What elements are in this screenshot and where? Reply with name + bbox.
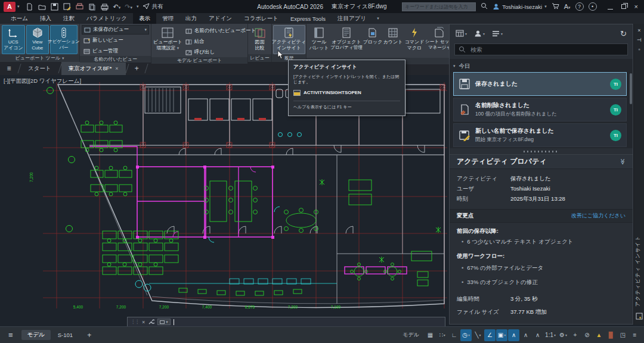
tab-output[interactable]: 出力 <box>179 13 203 24</box>
palette-properties-icon[interactable]: ▫ <box>634 46 644 52</box>
application-menu-button[interactable]: A <box>4 2 16 12</box>
publish-icon[interactable] <box>88 2 97 11</box>
command-line[interactable]: ⋮⋮ × ▾ <box>127 317 445 327</box>
redo-button[interactable]: ↷▾ <box>125 4 132 10</box>
snap-mode-icon[interactable]: ∷▾ <box>436 329 448 341</box>
search-icon[interactable] <box>481 1 488 12</box>
graphics-performance-icon[interactable]: ▲ <box>593 329 605 341</box>
restore-viewport-button[interactable]: 呼び出し <box>184 48 258 57</box>
hardware-acceleration-icon[interactable]: ▉ <box>605 329 617 341</box>
event-filter-dropdown[interactable]: ▾ <box>492 30 503 37</box>
tab-addins[interactable]: アドイン <box>203 13 238 24</box>
clean-screen-icon[interactable]: ◳ <box>617 329 628 341</box>
plot-icon[interactable] <box>76 2 84 11</box>
polar-tracking-icon[interactable]: ◷▾ <box>460 329 472 341</box>
new-drawing-tab-button[interactable]: + <box>129 62 145 75</box>
layout-menu-icon[interactable]: ≡ <box>8 330 13 339</box>
count-palette-button[interactable]: カウント <box>383 25 402 58</box>
palette-search-input[interactable] <box>469 46 624 54</box>
recent-commands-chip[interactable]: ▾ <box>157 319 171 325</box>
share-button[interactable]: 共有 <box>143 3 163 11</box>
file-tab-menu-icon[interactable]: ≡ <box>0 62 18 75</box>
tool-palettes-button[interactable]: ツールパレット <box>308 25 330 58</box>
navigation-bar-button[interactable]: ナビゲーションバー <box>50 25 78 54</box>
grid-display-icon[interactable]: ▦ <box>425 329 436 341</box>
save-icon[interactable] <box>51 2 59 11</box>
view-combo[interactable]: 未保存のビュー▾ <box>82 25 149 35</box>
qat-customize-caret-icon[interactable]: ▾ <box>137 4 139 9</box>
named-viewports-button[interactable]: 名前の付いたビューポート <box>184 26 258 36</box>
undo-button[interactable]: ↶▾ <box>113 4 121 10</box>
ucs-icon-button[interactable]: UCSアイコン <box>2 25 25 54</box>
activity-item-saved[interactable]: 保存されました TI <box>453 72 627 96</box>
activity-properties-header[interactable]: アクティビティ プロパティ ≫ <box>450 154 633 169</box>
save-as-icon[interactable] <box>63 2 72 11</box>
close-button[interactable]: × <box>634 3 638 10</box>
model-tab[interactable]: モデル <box>21 330 51 340</box>
annotation-autoscale-icon[interactable]: ∧ <box>520 329 531 341</box>
start-tab[interactable]: スタート <box>21 62 58 75</box>
group-today[interactable]: ▾今日 <box>453 60 627 72</box>
scrollbar[interactable] <box>630 73 632 104</box>
feedback-link[interactable]: 改善にご協力ください <box>571 212 626 220</box>
viewport-configuration-button[interactable]: ビューポート 環境設定 ▾ <box>153 25 182 57</box>
annotation-monitor-icon[interactable]: + <box>569 329 581 341</box>
view-mode-dropdown[interactable]: ▾ <box>456 30 467 37</box>
new-view-button[interactable]: 新しいビュー <box>82 36 149 45</box>
panel-label-viewport-tools[interactable]: ビューポート ツール▾ <box>0 54 79 62</box>
dwg-compare-button[interactable]: 図面比較 <box>250 25 270 54</box>
annotation-scale-sync-icon[interactable]: ∧ <box>532 329 543 341</box>
view-manager-button[interactable]: ビュー管理 <box>82 46 149 56</box>
refresh-icon[interactable]: ↻ <box>620 29 627 38</box>
command-line-wrench-icon[interactable] <box>148 317 154 328</box>
isodraft-icon[interactable]: ╲▾ <box>472 329 484 341</box>
model-space-label[interactable]: モデル <box>402 331 419 339</box>
tab-annotate[interactable]: 注釈 <box>57 13 80 24</box>
properties-palette-button[interactable]: オブジェクトプロパティ管理 <box>331 25 362 58</box>
customize-icon[interactable]: ≡ <box>629 329 640 341</box>
command-line-grip[interactable]: ⋮⋮ <box>131 319 139 325</box>
annotation-scale-icon[interactable]: 1:1▾ <box>544 329 557 341</box>
close-tab-icon[interactable]: × <box>115 66 118 71</box>
command-line-close-icon[interactable]: × <box>142 319 145 325</box>
tab-manage[interactable]: 管理 <box>156 13 179 24</box>
command-macros-button[interactable]: コマンドマクロ <box>404 25 425 58</box>
autodesk-app-button[interactable]: A▾ <box>564 4 571 10</box>
app-store-cart-icon[interactable] <box>552 1 559 12</box>
collapse-chevron-icon[interactable]: ≫ <box>619 158 626 164</box>
new-file-icon[interactable] <box>26 2 34 11</box>
object-snap-tracking-icon[interactable]: ∠ <box>484 329 496 341</box>
ribbon-display-caret-icon[interactable]: ▾ <box>372 13 384 24</box>
view-cube-button[interactable]: ViewCube <box>26 25 49 54</box>
palette-close-icon[interactable]: × <box>634 27 644 33</box>
tab-collaborate[interactable]: コラボレート <box>238 13 284 24</box>
activity-item-purged[interactable]: 名前削除されました 100 個の項目が名前削除されました TI <box>453 98 627 121</box>
palette-search[interactable] <box>454 43 628 55</box>
tab-featured-apps[interactable]: 注目アプリ <box>332 13 372 24</box>
tab-view[interactable]: 表示 <box>133 13 156 24</box>
tab-express-tools[interactable]: Express Tools <box>284 13 332 24</box>
help-icon[interactable]: ? <box>575 2 584 11</box>
workspace-switching-icon[interactable]: ⚙▾ <box>558 329 569 341</box>
print-icon[interactable] <box>101 2 109 11</box>
user-filter-dropdown[interactable]: ▾ <box>474 30 485 37</box>
object-snap-icon[interactable]: ▣▾ <box>496 329 507 341</box>
layout-tab-s101[interactable]: S-101 <box>52 330 79 339</box>
palette-splitter[interactable] <box>450 148 633 154</box>
notification-icon[interactable]: • <box>589 2 597 11</box>
minimize-button[interactable] <box>608 1 613 12</box>
viewport-controls-label[interactable]: [-][平面図][2D ワイヤフレーム] <box>4 77 81 85</box>
ortho-mode-icon[interactable]: ∟ <box>448 329 460 341</box>
new-layout-button[interactable]: + <box>82 331 96 339</box>
join-viewports-button[interactable]: 結合 <box>184 37 258 46</box>
annotation-visibility-icon[interactable]: ∧ <box>508 329 519 341</box>
drawing-tab[interactable]: 東京オフィス8F*× <box>61 62 126 75</box>
restore-button[interactable] <box>621 4 626 9</box>
help-search-input[interactable] <box>402 2 476 11</box>
tab-home[interactable]: ホーム <box>5 13 34 24</box>
isolate-objects-icon[interactable]: ⊘ <box>581 329 593 341</box>
user-account-button[interactable]: Toshiaki-Isezaki ▾ <box>493 3 547 10</box>
palette-autohide-icon[interactable]: ⊣ <box>634 37 644 43</box>
tab-insert[interactable]: 挿入 <box>34 13 57 24</box>
activity-item-saved-as[interactable]: 新しい名前で保存されました 開始 東京オフィス8F.dwg TI <box>453 123 627 147</box>
